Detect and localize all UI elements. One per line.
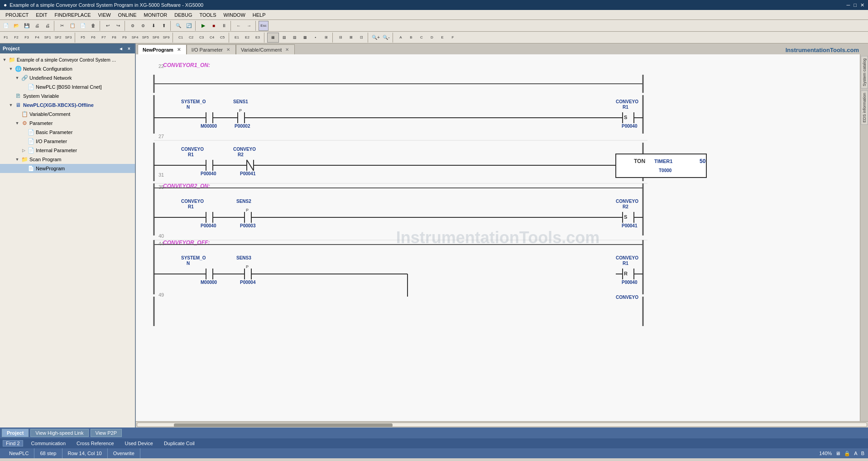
c5-btn[interactable]: C5 xyxy=(217,33,227,43)
zoom-in-btn[interactable]: 🔍+ xyxy=(371,33,381,43)
tab-newprogram-close[interactable]: ✕ xyxy=(176,47,182,53)
pref4-btn[interactable]: D xyxy=(427,33,437,43)
c4-btn[interactable]: C4 xyxy=(207,33,217,43)
delete-btn[interactable]: 🗑 xyxy=(88,21,98,31)
tree-varcomment[interactable]: ▷ 📋 Variable/Comment xyxy=(0,110,135,119)
tree-scanprog[interactable]: ▼ 📁 Scan Program xyxy=(0,155,135,164)
f3-btn[interactable]: F3 xyxy=(22,33,32,43)
find-item-dupcoil[interactable]: Duplicate Coil xyxy=(161,441,197,446)
tree-newplcxgb[interactable]: ▼ 🖥 NewPLC(XGB-XBCXS)-Offline xyxy=(0,101,135,110)
zoom-out-btn[interactable]: 🔍- xyxy=(381,33,391,43)
paste-btn[interactable]: 📄 xyxy=(78,21,88,31)
f7-btn[interactable]: F7 xyxy=(99,33,109,43)
undo-btn[interactable]: ↩ xyxy=(103,21,113,31)
tab-newprogram[interactable]: NewProgram ✕ xyxy=(138,44,187,54)
menu-edit[interactable]: EDIT xyxy=(32,11,51,19)
tree-parameter[interactable]: ▼ ⚙ Parameter xyxy=(0,119,135,128)
tab-ioparam-close[interactable]: ✕ xyxy=(225,47,231,53)
f8-btn[interactable]: F8 xyxy=(109,33,119,43)
menu-help[interactable]: HELP xyxy=(249,11,269,19)
redo-btn[interactable]: ↪ xyxy=(113,21,123,31)
find-item-communication[interactable]: Communication xyxy=(29,441,68,446)
save-btn[interactable]: 💾 xyxy=(22,21,32,31)
find-item-useddevice[interactable]: Used Device xyxy=(122,441,156,446)
cut-btn[interactable]: ✂ xyxy=(57,21,67,31)
io2-btn[interactable]: ⊠ xyxy=(346,33,356,43)
c3-btn[interactable]: C3 xyxy=(197,33,206,43)
h-scrollbar[interactable] xyxy=(136,421,868,427)
f4-btn[interactable]: F4 xyxy=(32,33,42,43)
close-btn[interactable]: ✕ xyxy=(860,2,864,8)
box5-btn[interactable]: ▪ xyxy=(311,33,321,43)
sf4-btn[interactable]: SF4 xyxy=(130,33,140,43)
sf5-btn[interactable]: SF5 xyxy=(140,33,150,43)
menu-window[interactable]: WINDOW xyxy=(220,11,249,19)
io3-btn[interactable]: ⊡ xyxy=(356,33,366,43)
download-btn[interactable]: ⬇ xyxy=(149,21,158,31)
sf2-btn[interactable]: SF2 xyxy=(53,33,63,43)
f2-btn[interactable]: F2 xyxy=(11,33,21,43)
project-panel-close[interactable]: × xyxy=(126,46,132,51)
copy-btn[interactable]: 📋 xyxy=(67,21,77,31)
expand-newplcxgb[interactable]: ▼ xyxy=(8,102,14,108)
run-btn[interactable]: ▶ xyxy=(198,21,208,31)
tree-newprogram[interactable]: ▷ 📄 NewProgram xyxy=(0,164,135,173)
compile2-btn[interactable]: ⚙ xyxy=(138,21,148,31)
tab-ioparam[interactable]: I/O Parameter ✕ xyxy=(187,44,236,54)
ladder-content[interactable]: InstrumentationTools.com 22 CONVEYOR1_ON… xyxy=(136,54,860,421)
menu-monitor[interactable]: MONITOR xyxy=(140,11,171,19)
sf9-btn[interactable]: SF9 xyxy=(161,33,171,43)
expand-undefinednet[interactable]: ▼ xyxy=(14,75,20,81)
find-item-find2[interactable]: Find 2 xyxy=(3,440,23,447)
escape-btn[interactable]: Esc xyxy=(259,21,269,31)
f1-btn[interactable]: F1 xyxy=(1,33,11,43)
sf1-btn[interactable]: SF1 xyxy=(43,33,53,43)
expand-netconfig[interactable]: ▼ xyxy=(8,66,14,72)
print-btn[interactable]: 🖨 xyxy=(32,21,42,31)
menu-debug[interactable]: DEBUG xyxy=(171,11,196,19)
new-btn[interactable]: 📄 xyxy=(1,21,11,31)
pause-btn[interactable]: ⏸ xyxy=(219,21,229,31)
pref6-btn[interactable]: F xyxy=(448,33,458,43)
tree-basicparam[interactable]: ▷ 📄 Basic Parameter xyxy=(0,128,135,137)
expand-root[interactable]: ▼ xyxy=(2,57,7,62)
prev-btn[interactable]: ← xyxy=(234,21,244,31)
box2-btn[interactable]: ▧ xyxy=(279,33,289,43)
expand-internalparam[interactable]: ▷ xyxy=(21,148,26,153)
c2-btn[interactable]: C2 xyxy=(186,33,196,43)
bottom-tab-highspeed[interactable]: View High-speed Link xyxy=(30,429,88,437)
tree-root[interactable]: ▼ 📁 Example of a simple Conveyor Control… xyxy=(0,55,135,64)
pref3-btn[interactable]: C xyxy=(417,33,427,43)
io1-btn[interactable]: ⊟ xyxy=(336,33,345,43)
menu-online[interactable]: ONLINE xyxy=(115,11,140,19)
open-btn[interactable]: 📂 xyxy=(11,21,21,31)
upload-btn[interactable]: ⬆ xyxy=(159,21,169,31)
next-btn[interactable]: → xyxy=(244,21,254,31)
stop-btn[interactable]: ■ xyxy=(209,21,219,31)
tree-undefinednet[interactable]: ▼ 🔗 Undefined Network xyxy=(0,73,135,82)
menu-findreplace[interactable]: FIND/REPLACE xyxy=(51,11,94,19)
expand-scanprog[interactable]: ▼ xyxy=(14,157,20,162)
compile-btn[interactable]: ⚙ xyxy=(128,21,138,31)
box6-btn[interactable]: ⊞ xyxy=(321,33,331,43)
tab-varcomment-close[interactable]: ✕ xyxy=(284,47,290,53)
pref1-btn[interactable]: A xyxy=(396,33,406,43)
project-panel-pin[interactable]: ◄ xyxy=(118,46,124,51)
e2-btn[interactable]: E2 xyxy=(242,33,252,43)
maximize-btn[interactable]: □ xyxy=(854,2,857,8)
e1-btn[interactable]: E1 xyxy=(232,33,242,43)
expand-parameter[interactable]: ▼ xyxy=(14,120,20,126)
e3-btn[interactable]: E3 xyxy=(253,33,263,43)
tree-internalparam[interactable]: ▷ 📄 Internal Parameter xyxy=(0,146,135,155)
pref2-btn[interactable]: B xyxy=(406,33,416,43)
menu-project[interactable]: PROJECT xyxy=(2,11,32,19)
f9-btn[interactable]: F9 xyxy=(120,33,129,43)
sf6-btn[interactable]: SF6 xyxy=(151,33,161,43)
menu-view[interactable]: VIEW xyxy=(94,11,114,19)
f6-btn[interactable]: F6 xyxy=(88,33,98,43)
find-btn[interactable]: 🔍 xyxy=(173,21,183,31)
box4-btn[interactable]: ▩ xyxy=(300,33,310,43)
tree-netconfig[interactable]: ▼ 🌐 Network Configuration xyxy=(0,64,135,73)
menu-tools[interactable]: TOOLS xyxy=(196,11,220,19)
replace-btn[interactable]: 🔄 xyxy=(184,21,194,31)
